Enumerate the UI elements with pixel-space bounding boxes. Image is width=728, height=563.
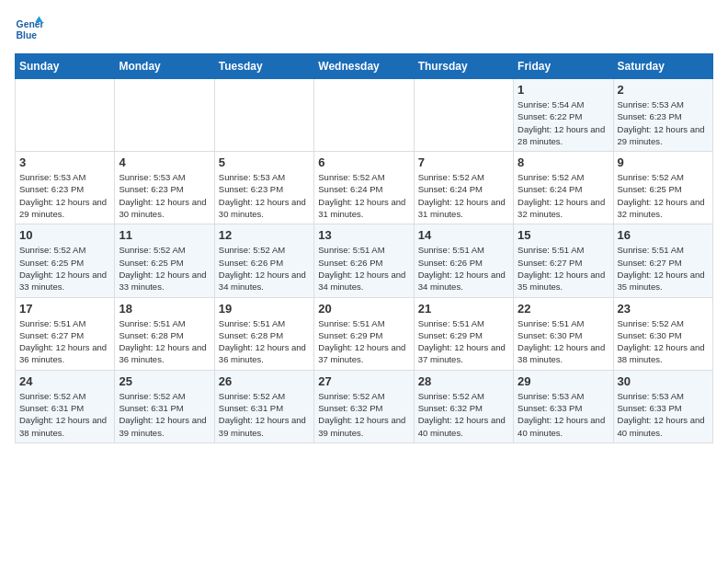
day-number: 3 — [19, 155, 110, 169]
day-info: Sunrise: 5:51 AM Sunset: 6:27 PM Dayligh… — [19, 317, 110, 366]
calendar-day-cell: 14Sunrise: 5:51 AM Sunset: 6:26 PM Dayli… — [414, 224, 513, 297]
day-number: 26 — [219, 374, 310, 388]
day-number: 14 — [418, 228, 509, 242]
day-number: 22 — [518, 302, 609, 316]
day-info: Sunrise: 5:52 AM Sunset: 6:31 PM Dayligh… — [119, 390, 210, 439]
calendar-day-cell: 17Sunrise: 5:51 AM Sunset: 6:27 PM Dayli… — [16, 297, 115, 370]
day-number: 15 — [518, 228, 609, 242]
svg-text:Blue: Blue — [17, 30, 38, 40]
calendar-day-cell: 28Sunrise: 5:52 AM Sunset: 6:32 PM Dayli… — [414, 370, 513, 442]
day-info: Sunrise: 5:51 AM Sunset: 6:29 PM Dayligh… — [418, 317, 509, 366]
logo-icon: General Blue — [15, 15, 44, 44]
calendar-day-cell: 24Sunrise: 5:52 AM Sunset: 6:31 PM Dayli… — [16, 370, 115, 442]
calendar-day-cell: 27Sunrise: 5:52 AM Sunset: 6:32 PM Dayli… — [314, 370, 414, 442]
day-info: Sunrise: 5:53 AM Sunset: 6:23 PM Dayligh… — [119, 171, 210, 220]
weekday-header: Saturday — [613, 54, 712, 79]
calendar-day-cell: 26Sunrise: 5:52 AM Sunset: 6:31 PM Dayli… — [214, 370, 313, 442]
calendar-day-cell: 11Sunrise: 5:52 AM Sunset: 6:25 PM Dayli… — [115, 224, 214, 297]
day-info: Sunrise: 5:52 AM Sunset: 6:30 PM Dayligh… — [618, 317, 709, 366]
day-number: 30 — [618, 374, 709, 388]
calendar-day-cell: 15Sunrise: 5:51 AM Sunset: 6:27 PM Dayli… — [514, 224, 613, 297]
calendar-day-cell — [214, 79, 313, 152]
calendar-day-cell: 5Sunrise: 5:53 AM Sunset: 6:23 PM Daylig… — [214, 152, 313, 224]
day-info: Sunrise: 5:51 AM Sunset: 6:28 PM Dayligh… — [219, 317, 310, 366]
day-number: 4 — [119, 155, 210, 169]
calendar-day-cell: 13Sunrise: 5:51 AM Sunset: 6:26 PM Dayli… — [314, 224, 414, 297]
day-number: 6 — [318, 155, 409, 169]
weekday-header: Tuesday — [214, 54, 313, 79]
day-number: 24 — [19, 374, 110, 388]
calendar-week-row: 10Sunrise: 5:52 AM Sunset: 6:25 PM Dayli… — [16, 224, 713, 297]
day-number: 20 — [318, 302, 409, 316]
day-info: Sunrise: 5:51 AM Sunset: 6:29 PM Dayligh… — [318, 317, 409, 366]
calendar-week-row: 17Sunrise: 5:51 AM Sunset: 6:27 PM Dayli… — [16, 297, 713, 370]
day-info: Sunrise: 5:52 AM Sunset: 6:26 PM Dayligh… — [219, 244, 310, 293]
day-info: Sunrise: 5:52 AM Sunset: 6:31 PM Dayligh… — [19, 390, 110, 439]
calendar-day-cell: 18Sunrise: 5:51 AM Sunset: 6:28 PM Dayli… — [115, 297, 214, 370]
calendar-day-cell: 21Sunrise: 5:51 AM Sunset: 6:29 PM Dayli… — [414, 297, 513, 370]
day-info: Sunrise: 5:53 AM Sunset: 6:33 PM Dayligh… — [518, 390, 609, 439]
weekday-header: Friday — [514, 54, 613, 79]
day-number: 27 — [318, 374, 409, 388]
calendar-day-cell: 1Sunrise: 5:54 AM Sunset: 6:22 PM Daylig… — [514, 79, 613, 152]
day-number: 9 — [618, 155, 709, 169]
weekday-header: Thursday — [414, 54, 513, 79]
calendar-table: SundayMondayTuesdayWednesdayThursdayFrid… — [15, 53, 713, 443]
calendar-day-cell: 23Sunrise: 5:52 AM Sunset: 6:30 PM Dayli… — [613, 297, 712, 370]
day-number: 5 — [219, 155, 310, 169]
calendar-day-cell: 22Sunrise: 5:51 AM Sunset: 6:30 PM Dayli… — [514, 297, 613, 370]
page-header: General Blue — [15, 15, 713, 44]
calendar-week-row: 24Sunrise: 5:52 AM Sunset: 6:31 PM Dayli… — [16, 370, 713, 442]
day-info: Sunrise: 5:51 AM Sunset: 6:26 PM Dayligh… — [418, 244, 509, 293]
day-number: 2 — [618, 83, 709, 97]
calendar-header-row: SundayMondayTuesdayWednesdayThursdayFrid… — [16, 54, 713, 79]
day-info: Sunrise: 5:52 AM Sunset: 6:25 PM Dayligh… — [19, 244, 110, 293]
day-number: 19 — [219, 302, 310, 316]
day-number: 28 — [418, 374, 509, 388]
day-number: 12 — [219, 228, 310, 242]
calendar-day-cell: 12Sunrise: 5:52 AM Sunset: 6:26 PM Dayli… — [214, 224, 313, 297]
day-number: 7 — [418, 155, 509, 169]
calendar-week-row: 3Sunrise: 5:53 AM Sunset: 6:23 PM Daylig… — [16, 152, 713, 224]
day-info: Sunrise: 5:51 AM Sunset: 6:27 PM Dayligh… — [518, 244, 609, 293]
day-info: Sunrise: 5:51 AM Sunset: 6:26 PM Dayligh… — [318, 244, 409, 293]
day-info: Sunrise: 5:52 AM Sunset: 6:32 PM Dayligh… — [318, 390, 409, 439]
day-info: Sunrise: 5:53 AM Sunset: 6:23 PM Dayligh… — [219, 171, 310, 220]
calendar-day-cell — [314, 79, 414, 152]
day-number: 13 — [318, 228, 409, 242]
calendar-day-cell — [115, 79, 214, 152]
day-info: Sunrise: 5:54 AM Sunset: 6:22 PM Dayligh… — [518, 98, 609, 147]
day-number: 8 — [518, 155, 609, 169]
calendar-day-cell: 4Sunrise: 5:53 AM Sunset: 6:23 PM Daylig… — [115, 152, 214, 224]
calendar-day-cell: 25Sunrise: 5:52 AM Sunset: 6:31 PM Dayli… — [115, 370, 214, 442]
day-number: 18 — [119, 302, 210, 316]
calendar-day-cell: 20Sunrise: 5:51 AM Sunset: 6:29 PM Dayli… — [314, 297, 414, 370]
logo: General Blue — [15, 15, 44, 44]
calendar-day-cell: 29Sunrise: 5:53 AM Sunset: 6:33 PM Dayli… — [514, 370, 613, 442]
day-info: Sunrise: 5:53 AM Sunset: 6:23 PM Dayligh… — [19, 171, 110, 220]
calendar-day-cell: 19Sunrise: 5:51 AM Sunset: 6:28 PM Dayli… — [214, 297, 313, 370]
day-info: Sunrise: 5:51 AM Sunset: 6:30 PM Dayligh… — [518, 317, 609, 366]
day-info: Sunrise: 5:51 AM Sunset: 6:27 PM Dayligh… — [618, 244, 709, 293]
day-info: Sunrise: 5:51 AM Sunset: 6:28 PM Dayligh… — [119, 317, 210, 366]
day-info: Sunrise: 5:53 AM Sunset: 6:33 PM Dayligh… — [618, 390, 709, 439]
day-info: Sunrise: 5:52 AM Sunset: 6:25 PM Dayligh… — [119, 244, 210, 293]
calendar-day-cell — [16, 79, 115, 152]
calendar-day-cell: 2Sunrise: 5:53 AM Sunset: 6:23 PM Daylig… — [613, 79, 712, 152]
calendar-day-cell: 7Sunrise: 5:52 AM Sunset: 6:24 PM Daylig… — [414, 152, 513, 224]
calendar-day-cell: 3Sunrise: 5:53 AM Sunset: 6:23 PM Daylig… — [16, 152, 115, 224]
day-number: 23 — [618, 302, 709, 316]
day-number: 21 — [418, 302, 509, 316]
day-info: Sunrise: 5:52 AM Sunset: 6:32 PM Dayligh… — [418, 390, 509, 439]
calendar-week-row: 1Sunrise: 5:54 AM Sunset: 6:22 PM Daylig… — [16, 79, 713, 152]
day-info: Sunrise: 5:52 AM Sunset: 6:24 PM Dayligh… — [318, 171, 409, 220]
calendar-day-cell — [414, 79, 513, 152]
calendar-day-cell: 8Sunrise: 5:52 AM Sunset: 6:24 PM Daylig… — [514, 152, 613, 224]
day-info: Sunrise: 5:52 AM Sunset: 6:24 PM Dayligh… — [418, 171, 509, 220]
day-info: Sunrise: 5:52 AM Sunset: 6:24 PM Dayligh… — [518, 171, 609, 220]
day-number: 25 — [119, 374, 210, 388]
calendar-day-cell: 30Sunrise: 5:53 AM Sunset: 6:33 PM Dayli… — [613, 370, 712, 442]
calendar-day-cell: 10Sunrise: 5:52 AM Sunset: 6:25 PM Dayli… — [16, 224, 115, 297]
calendar-day-cell: 9Sunrise: 5:52 AM Sunset: 6:25 PM Daylig… — [613, 152, 712, 224]
day-number: 10 — [19, 228, 110, 242]
